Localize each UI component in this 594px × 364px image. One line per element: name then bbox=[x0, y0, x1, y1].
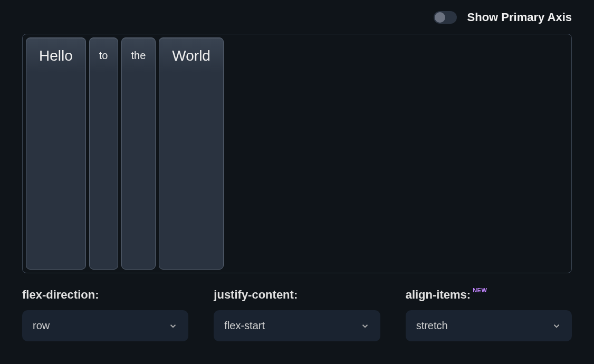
label-text: justify-content: bbox=[214, 288, 298, 302]
justify-content-control: justify-content: flex-start bbox=[214, 288, 380, 341]
toggle-label: Show Primary Axis bbox=[467, 11, 572, 24]
chevron-down-icon bbox=[552, 321, 561, 331]
new-badge: NEW bbox=[473, 287, 487, 293]
label-text: align-items: bbox=[406, 288, 471, 302]
flex-direction-control: flex-direction: row bbox=[22, 288, 188, 341]
justify-content-select[interactable]: flex-start bbox=[214, 310, 380, 341]
header: Show Primary Axis bbox=[22, 11, 572, 24]
align-items-control: align-items: NEW stretch bbox=[406, 288, 572, 341]
flex-item: Hello bbox=[26, 37, 86, 270]
flex-direction-label: flex-direction: bbox=[22, 288, 188, 302]
show-primary-axis-toggle[interactable] bbox=[434, 11, 457, 24]
justify-content-label: justify-content: bbox=[214, 288, 380, 302]
flex-direction-select[interactable]: row bbox=[22, 310, 188, 341]
flex-demo-container: Hello to the World bbox=[22, 34, 572, 273]
align-items-select[interactable]: stretch bbox=[406, 310, 572, 341]
select-value: stretch bbox=[416, 320, 448, 332]
flex-item: the bbox=[121, 37, 156, 270]
flex-item: World bbox=[159, 37, 224, 270]
flex-item: to bbox=[89, 37, 118, 270]
select-value: flex-start bbox=[224, 320, 265, 332]
align-items-label: align-items: NEW bbox=[406, 288, 572, 302]
select-value: row bbox=[33, 320, 50, 332]
controls-row: flex-direction: row justify-content: fle… bbox=[22, 288, 572, 341]
chevron-down-icon bbox=[168, 321, 178, 331]
toggle-knob bbox=[435, 12, 445, 23]
chevron-down-icon bbox=[360, 321, 370, 331]
label-text: flex-direction: bbox=[22, 288, 99, 302]
